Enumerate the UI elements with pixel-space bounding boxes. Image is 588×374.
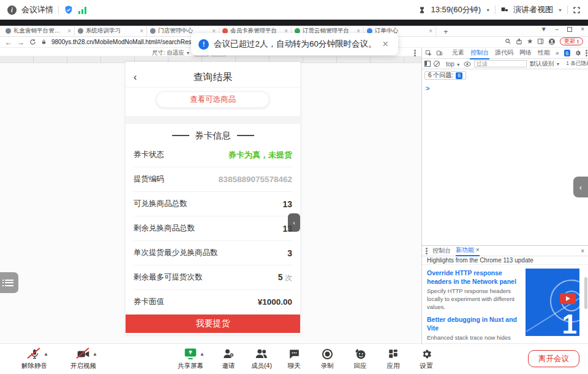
console-sidebar-icon[interactable] [424,61,431,67]
devtools-tab[interactable]: 源代码 [494,47,514,59]
fullscreen-icon[interactable] [573,6,581,14]
notification-close-icon[interactable]: × [383,39,388,50]
console-filter-input[interactable] [474,60,527,67]
timer-dropdown-icon[interactable]: ▼ [486,8,490,12]
video-panel-handle[interactable]: ‹ [573,177,588,197]
lock-icon[interactable] [41,39,47,45]
hidden-messages-text: 1 条已隐藏 [566,60,588,67]
more-tabs-icon[interactable]: » [555,48,560,58]
meeting-info-icon[interactable]: i [7,6,17,15]
item-title-link[interactable]: Override HTTP response headers in the Ne… [427,269,524,286]
reload-icon[interactable] [29,39,36,45]
back-chevron-icon[interactable]: ‹ [134,72,137,83]
tab-close-icon[interactable]: × [67,28,71,34]
drawer-menu-icon[interactable] [426,247,428,255]
settings-button[interactable]: 设置 [413,347,439,370]
reaction-smiley-icon [355,348,366,360]
pickup-submit-button[interactable]: 我要提货 [126,315,300,333]
encryption-shield-icon[interactable] [64,5,74,15]
bookmark-star-icon[interactable]: ★ [527,37,533,45]
error-count-badge[interactable]: 6 [564,50,571,56]
participants-list-handle[interactable] [0,272,18,293]
info-row: 剩余兑换商品总数 13 [134,216,292,241]
whatsnew-items: Override HTTP response headers in the Ne… [427,269,524,343]
apps-button[interactable]: 应用 [380,347,406,370]
row-label: 剩余兑换商品总数 [134,223,195,234]
drawer-tab-whatsnew[interactable]: 新功能 × [456,246,480,256]
invite-person-icon [222,348,235,360]
inspect-element-icon[interactable] [425,50,432,56]
record-button[interactable]: 录制 [314,347,340,370]
meeting-details-link[interactable]: 会议详情 [21,4,53,15]
devtools-settings-icon[interactable] [575,50,581,56]
profile-avatar-icon[interactable] [548,38,556,45]
zoom-search-icon[interactable] [505,38,511,45]
issues-bar[interactable]: 6 个问题: 6 [424,71,466,80]
minimize-icon[interactable]: – [556,26,559,32]
new-tab-button[interactable]: + [443,27,448,36]
share-page-icon[interactable] [516,38,522,45]
collapse-panel-handle[interactable]: ‹ [288,213,300,232]
maximize-icon[interactable] [567,27,572,32]
browser-tab[interactable]: 礼盒营销平台管理中心 × [2,26,75,36]
log-level-selector[interactable]: 默认级别 ▼ [530,59,560,68]
chat-button[interactable]: 聊天 [281,347,307,370]
devtools-drawer: 控制台 新功能 × × Highlights from the Chrome 1… [422,245,588,343]
live-expression-eye-icon[interactable] [464,61,471,67]
close-window-icon[interactable]: × [581,26,584,32]
drawer-scrollbar[interactable] [584,277,587,309]
size-dropdown-icon[interactable]: ▼ [186,51,190,55]
leave-meeting-button[interactable]: 离开会议 [528,350,579,367]
drawer-close-icon[interactable]: × [581,248,584,254]
browser-tab[interactable]: 系统培训学习 × [75,26,147,36]
play-button-icon[interactable] [560,293,576,304]
devtools-tab-bar: 元素控制台源代码网络性能 » 6 × [422,48,588,59]
item-title-link[interactable]: Better debugging in Nuxt and Vite [427,315,524,332]
network-signal-icon [78,6,86,14]
view-dropdown-icon[interactable]: ▼ [558,8,562,12]
unmute-button[interactable]: ▲ 解除静音 [12,347,56,370]
view-products-button[interactable]: 查看可选商品 [156,91,270,108]
participants-button[interactable]: 成员(4) [247,347,276,370]
tab-close-icon[interactable]: × [140,28,143,34]
side-panel-icon[interactable] [537,38,544,45]
info-row: 单次提货最少兑换商品数 3 [134,241,292,265]
view-mode-button[interactable]: 演讲者视图 [513,4,553,15]
row-value: 3 [287,248,292,258]
devtools-tab[interactable]: 控制台 [470,47,489,59]
devtools-tab[interactable]: 网络 [519,47,532,59]
share-options-chevron-icon[interactable]: ▲ [200,351,205,357]
page-title: 查询结果 [194,71,233,84]
row-value: 13 [282,199,292,209]
devtools-tab[interactable]: 性能 [537,47,551,59]
drawer-tab-console[interactable]: 控制台 [432,246,451,255]
row-value: ¥1000.00 [258,297,292,307]
reactions-button[interactable]: 回应 [347,347,373,370]
audio-options-chevron-icon[interactable]: ▲ [43,351,48,357]
start-video-button[interactable]: ▲ 开启视频 [61,347,105,370]
context-selector[interactable]: top ▼ [446,61,461,67]
chrome-update-button[interactable]: 更新! [560,37,583,45]
video-options-chevron-icon[interactable]: ▲ [92,351,97,357]
dash-line [172,135,189,136]
list-icon [5,278,13,288]
invite-button[interactable]: 邀请 [216,347,241,370]
back-icon[interactable]: ← [5,38,12,47]
clear-console-icon[interactable] [434,61,440,67]
share-screen-button[interactable]: ▲ 共享屏幕 [173,347,208,370]
tab-search-icon[interactable]: ▼ [541,26,547,32]
share-screen-icon [184,348,197,360]
devtools-menu-icon[interactable] [586,49,587,57]
row-value: 券卡为真，未提货 [228,150,292,161]
device-mode-icon[interactable] [436,50,443,56]
thumbnail-number: 1 [562,309,577,336]
console-output[interactable]: > [422,82,588,245]
tab-close-icon[interactable]: × [429,28,432,34]
page-viewport: 尺寸: 自适应 ▼ ‹ 查询结果 查看可选商品 券卡信息 [0,48,421,343]
tab-close-icon[interactable]: × [476,246,480,253]
devtools-tab[interactable]: 元素 [451,47,465,59]
row-label: 剩余最多可提货次数 [134,272,203,283]
whatsnew-thumbnail[interactable]: 1 [526,269,579,336]
forward-icon[interactable]: → [17,38,24,47]
row-value: 8385889075578462 [219,175,292,184]
